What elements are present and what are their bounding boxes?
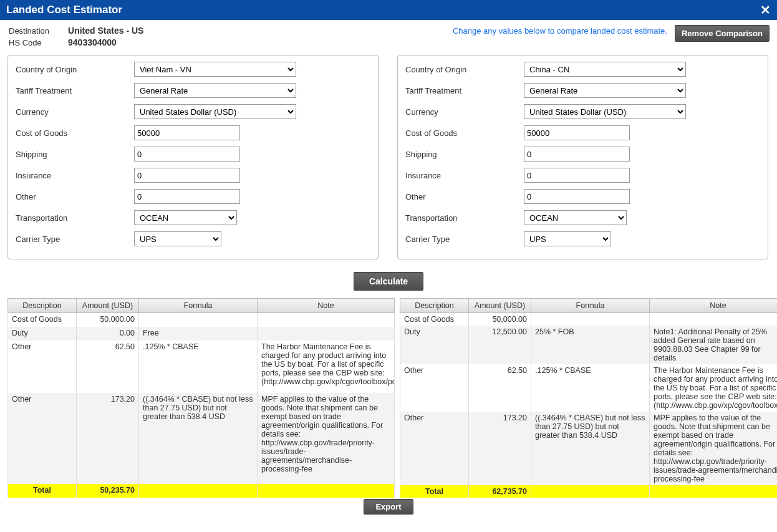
transport-label: Transportation — [405, 213, 524, 223]
country-select-left[interactable]: Viet Nam - VN — [134, 62, 296, 77]
cell-description: Other — [400, 412, 469, 485]
calculate-button[interactable]: Calculate — [354, 272, 423, 291]
th-formula: Formula — [531, 299, 650, 313]
cell-note — [258, 327, 395, 341]
table-row: Other62.50.125% * CBASEThe Harbor Mainte… — [8, 341, 395, 393]
input-panel-left: Country of Origin Viet Nam - VN Tariff T… — [7, 55, 379, 259]
cell-amount: 173.20 — [77, 393, 139, 484]
currency-select-left[interactable]: United States Dollar (USD) — [134, 104, 296, 119]
table-row: Other62.50.125% * CBASEThe Harbor Mainte… — [400, 364, 778, 412]
cell-note — [258, 313, 395, 327]
tariff-select-left[interactable]: General Rate — [134, 83, 296, 98]
cell-formula: 25% * FOB — [531, 326, 650, 364]
table-row: Other173.20((.3464% * CBASE) but not les… — [8, 393, 395, 484]
th-note: Note — [258, 299, 395, 313]
table-row: Duty12,500.0025% * FOBNote1: Additional … — [400, 326, 778, 364]
transport-select-right[interactable]: OCEAN — [524, 210, 627, 225]
carrier-label: Carrier Type — [405, 235, 524, 244]
cell-amount: 173.20 — [469, 412, 531, 485]
export-button[interactable]: Export — [364, 499, 413, 515]
cell-description: Other — [8, 341, 77, 393]
cell-amount: 50,000.00 — [469, 313, 531, 326]
other-input-left[interactable] — [134, 189, 240, 204]
table-row: Other173.20((.3464% * CBASE) but not les… — [400, 412, 778, 485]
th-amount: Amount (USD) — [77, 299, 139, 313]
insurance-input-right[interactable] — [524, 168, 630, 183]
tariff-label: Tariff Treatment — [405, 86, 524, 95]
cell-description: Cost of Goods — [400, 313, 469, 326]
close-icon[interactable]: ✕ — [760, 4, 771, 16]
carrier-select-left[interactable]: UPS — [134, 231, 221, 246]
cost-input-left[interactable] — [134, 125, 240, 140]
currency-label: Currency — [405, 107, 524, 117]
cell-formula: Free — [139, 327, 258, 341]
insurance-input-left[interactable] — [134, 168, 240, 183]
cost-label: Cost of Goods — [16, 128, 134, 138]
cell-formula — [531, 313, 650, 326]
country-select-right[interactable]: China - CN — [524, 62, 686, 77]
table-row: Cost of Goods50,000.00 — [8, 313, 395, 327]
compare-hint: Change any values below to compare lande… — [453, 25, 675, 36]
currency-label: Currency — [16, 107, 134, 117]
other-input-right[interactable] — [524, 189, 630, 204]
cell-note: The Harbor Maintenance Fee is charged fo… — [650, 364, 778, 412]
th-description: Description — [8, 299, 77, 313]
cell-amount: 50,000.00 — [77, 313, 139, 327]
results-table-right: Description Amount (USD) Formula Note Co… — [400, 298, 777, 498]
hscode-label: HS Code — [7, 37, 68, 49]
carrier-select-right[interactable]: UPS — [524, 231, 611, 246]
transport-select-left[interactable]: OCEAN — [134, 210, 237, 225]
cell-note: MPF applies to the value of the goods. N… — [258, 393, 395, 484]
hscode-value: 9403304000 — [68, 37, 143, 49]
cell-description: Cost of Goods — [8, 313, 77, 327]
cell-amount: 62.50 — [77, 341, 139, 393]
insurance-label: Insurance — [16, 171, 134, 180]
shipping-label: Shipping — [16, 150, 134, 159]
destination-label: Destination — [7, 25, 68, 37]
cell-formula: .125% * CBASE — [531, 364, 650, 412]
cell-formula: ((.3464% * CBASE) but not less than 27.7… — [139, 393, 258, 484]
cell-note: Note1: Additional Penalty of 25% added G… — [650, 326, 778, 364]
th-description: Description — [400, 299, 469, 313]
destination-value: United States - US — [68, 25, 143, 37]
tariff-label: Tariff Treatment — [16, 86, 134, 95]
cost-input-right[interactable] — [524, 125, 630, 140]
cell-note: MPF applies to the value of the goods. N… — [650, 412, 778, 485]
cell-amount: 62.50 — [469, 364, 531, 412]
tariff-select-right[interactable]: General Rate — [524, 83, 686, 98]
shipping-input-right[interactable] — [524, 147, 630, 162]
other-label: Other — [405, 192, 524, 201]
cell-description: Duty — [8, 327, 77, 341]
other-label: Other — [16, 192, 134, 201]
table-total-row: Total62,735.70 — [400, 485, 778, 498]
results-table-left: Description Amount (USD) Formula Note Co… — [7, 298, 395, 498]
table-row: Duty0.00Free — [8, 327, 395, 341]
currency-select-right[interactable]: United States Dollar (USD) — [524, 104, 686, 119]
cell-formula: ((.3464% * CBASE) but not less than 27.7… — [531, 412, 650, 485]
cell-note: The Harbor Maintenance Fee is charged fo… — [258, 341, 395, 393]
cell-description: Duty — [400, 326, 469, 364]
remove-comparison-button[interactable]: Remove Comparison — [675, 25, 770, 42]
table-row: Cost of Goods50,000.00 — [400, 313, 778, 326]
cell-total-amount: 62,735.70 — [469, 485, 531, 498]
th-amount: Amount (USD) — [469, 299, 531, 313]
cell-formula — [139, 313, 258, 327]
th-formula: Formula — [139, 299, 258, 313]
shipping-input-left[interactable] — [134, 147, 240, 162]
titlebar: Landed Cost Estimator ✕ — [0, 0, 777, 20]
cell-formula: .125% * CBASE — [139, 341, 258, 393]
insurance-label: Insurance — [405, 171, 524, 180]
table-total-row: Total50,235.70 — [8, 484, 395, 498]
cell-amount: 12,500.00 — [469, 326, 531, 364]
shipping-label: Shipping — [405, 150, 524, 159]
input-panel-right: Country of Origin China - CN Tariff Trea… — [397, 55, 768, 259]
cell-total-label: Total — [400, 485, 469, 498]
cell-total-label: Total — [8, 484, 77, 498]
transport-label: Transportation — [16, 213, 134, 223]
cell-description: Other — [8, 393, 77, 484]
cell-total-amount: 50,235.70 — [77, 484, 139, 498]
country-label: Country of Origin — [16, 65, 134, 74]
cell-note — [650, 313, 778, 326]
country-label: Country of Origin — [405, 65, 524, 74]
cell-amount: 0.00 — [77, 327, 139, 341]
